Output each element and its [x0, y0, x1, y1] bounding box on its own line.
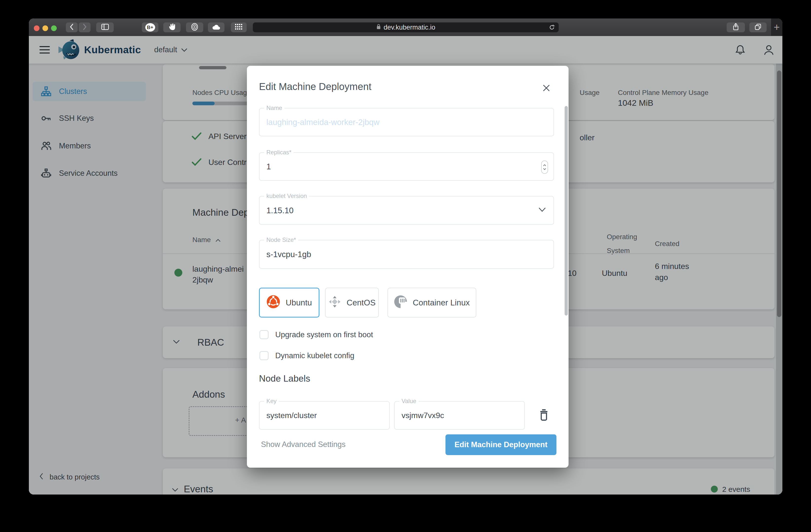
node-size-label: Node Size* — [264, 236, 298, 243]
extension-bitwarden-button[interactable]: B+ — [142, 22, 158, 32]
screen: B+ dev.kubermatic.io — [0, 0, 811, 532]
checkbox-label: Upgrade system on first boot — [275, 330, 373, 339]
back-icon — [69, 23, 75, 32]
os-option-label: Container Linux — [413, 298, 470, 308]
checkbox-label: Dynamic kubelet config — [275, 351, 354, 360]
os-option-label: Ubuntu — [286, 298, 312, 308]
browser-back-button[interactable] — [66, 22, 78, 32]
os-option-label: CentOS — [347, 298, 376, 308]
node-label-value-field[interactable]: Value vsjmw7vx9c — [394, 401, 525, 430]
lock-icon — [376, 24, 381, 32]
b-plus-icon: B+ — [145, 23, 155, 32]
node-label-key-field[interactable]: Key system/cluster — [259, 401, 390, 430]
minimize-window-button[interactable] — [43, 26, 48, 31]
ubuntu-logo-icon — [266, 295, 280, 311]
value-field-value: vsjmw7vx9c — [401, 411, 444, 420]
name-field-value: laughing-almeida-worker-2jbqw — [266, 118, 380, 127]
extension-grid-button[interactable] — [231, 22, 247, 32]
plus-icon: + — [774, 22, 780, 33]
address-bar[interactable]: dev.kubermatic.io — [253, 22, 559, 32]
kubelet-version-label: kubelet Version — [264, 192, 309, 200]
share-button[interactable] — [726, 22, 745, 32]
extension-dial-button[interactable] — [186, 22, 203, 32]
name-field: Name laughing-almeida-worker-2jbqw — [259, 108, 554, 136]
container-linux-logo-icon — [394, 295, 407, 310]
node-size-field[interactable]: Node Size* s-1vcpu-1gb — [259, 240, 554, 269]
extension-blocker-button[interactable] — [163, 22, 181, 32]
value-field-label: Value — [399, 398, 418, 405]
browser-chrome: B+ dev.kubermatic.io — [29, 18, 782, 36]
key-field-label: Key — [264, 398, 279, 405]
checkbox-icon[interactable] — [259, 351, 269, 360]
hand-icon — [168, 23, 176, 32]
replicas-field[interactable]: Replicas* 1 — [259, 152, 554, 181]
replicas-field-label: Replicas* — [264, 149, 293, 156]
tab-overview-button[interactable] — [749, 22, 767, 32]
key-field-value: system/cluster — [266, 411, 317, 420]
reload-icon[interactable] — [549, 24, 555, 32]
number-stepper[interactable] — [541, 160, 548, 174]
maximize-window-button[interactable] — [51, 26, 57, 31]
browser-window: B+ dev.kubermatic.io — [29, 18, 782, 495]
target-icon — [190, 23, 199, 32]
name-field-label: Name — [264, 105, 285, 111]
browser-forward-button[interactable] — [79, 22, 91, 32]
close-window-button[interactable] — [34, 26, 40, 31]
kubelet-version-value: 1.15.10 — [266, 206, 293, 215]
node-labels-heading: Node Labels — [259, 374, 310, 384]
tabs-icon — [754, 23, 762, 32]
share-icon — [732, 23, 739, 32]
extension-cloud-button[interactable] — [208, 22, 225, 32]
os-option-container-linux[interactable]: Container Linux — [387, 288, 476, 317]
dynamic-kubelet-checkbox-row[interactable]: Dynamic kubelet config — [259, 351, 354, 360]
dialog-scrollbar-thumb[interactable] — [565, 106, 568, 315]
node-size-value: s-1vcpu-1gb — [266, 250, 311, 259]
delete-label-trash-icon[interactable] — [538, 409, 549, 422]
close-icon[interactable] — [541, 82, 552, 93]
os-option-centos[interactable]: CentOS — [325, 288, 379, 317]
replicas-field-value: 1 — [266, 162, 271, 171]
kubelet-version-select[interactable]: kubelet Version 1.15.10 — [259, 196, 554, 225]
url-text: dev.kubermatic.io — [384, 24, 435, 31]
upgrade-on-boot-checkbox-row[interactable]: Upgrade system on first boot — [259, 330, 373, 339]
sidebar-toggle-button[interactable] — [96, 22, 114, 32]
edit-machine-deployment-dialog: Edit Machine Deployment Name laughing-al… — [247, 66, 568, 468]
app-viewport: Kubermatic default Clusters — [29, 36, 782, 495]
chevron-down-icon — [538, 207, 546, 213]
os-option-ubuntu[interactable]: Ubuntu — [259, 288, 319, 317]
grid-dots-icon — [234, 24, 243, 31]
centos-logo-icon — [328, 295, 341, 310]
sidebar-panel-icon — [101, 24, 109, 31]
dialog-title: Edit Machine Deployment — [259, 81, 371, 92]
cloud-icon — [212, 23, 221, 32]
checkbox-icon[interactable] — [259, 330, 269, 339]
edit-machine-deployment-button[interactable]: Edit Machine Deployment — [445, 434, 556, 455]
new-tab-button[interactable]: + — [771, 18, 782, 36]
show-advanced-settings-link[interactable]: Show Advanced Settings — [261, 440, 346, 449]
forward-icon — [82, 23, 87, 32]
